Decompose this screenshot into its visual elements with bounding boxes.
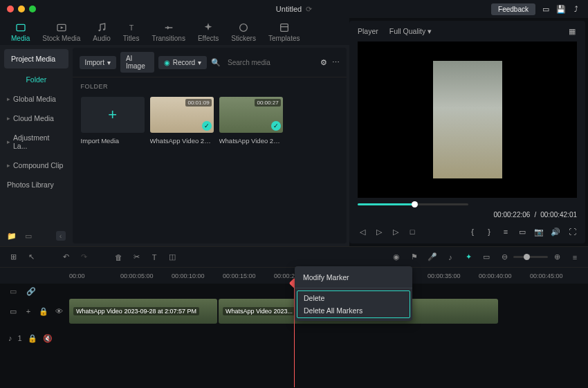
collapse-sidebar-icon[interactable]: ‹ [56,231,66,241]
audio-track-icon: ♪ [8,334,12,342]
current-time: 00:00:22:06 [494,211,531,219]
redo-icon[interactable]: ↷ [79,252,89,262]
snapshot-icon[interactable]: ▦ [567,26,577,36]
tab-stickers[interactable]: Stickers [231,22,256,42]
zoom-in-icon[interactable]: ⊕ [552,252,562,262]
ctx-delete-all-markers[interactable]: Delete All Markers [304,306,403,315]
media-thumbnails: + Import Media 00:01:09✓ WhatsApp Video … [73,93,347,149]
link-icon[interactable]: ▭ [481,252,491,262]
svg-marker-2 [60,26,63,29]
delete-icon[interactable]: 🗑 [113,252,123,262]
svg-point-6 [240,24,248,32]
video-track-icon: ▭ [8,306,18,316]
sidebar-cloud-media[interactable]: ▸Cloud Media [0,109,73,128]
volume-icon[interactable]: 🔊 [551,227,560,237]
progress-slider[interactable] [358,203,468,205]
more-icon[interactable]: ⋯ [332,57,340,67]
split-icon[interactable]: ✂ [131,252,141,262]
maximize-window[interactable] [29,6,36,12]
marker-icon[interactable]: ⚑ [410,252,419,262]
crop-icon[interactable]: ◫ [167,252,177,262]
video-clip[interactable]: WhatsApp Video 2023-09-28 at 2:07:57 PM [69,299,217,324]
mark-in-icon[interactable]: { [468,227,477,237]
ctx-delete[interactable]: Delete [304,294,403,306]
camera-icon[interactable]: 📷 [534,227,544,237]
play-icon[interactable]: ▷ [391,227,401,237]
mute-icon[interactable]: 🔇 [43,333,53,343]
fullscreen-icon[interactable]: ⛶ [567,227,577,237]
voiceover-icon[interactable]: 🎤 [428,252,437,262]
tab-audio[interactable]: Audio [93,22,111,42]
zoom-slider[interactable] [513,256,548,258]
chevron-right-icon: ▸ [7,162,10,169]
project-title: Untitled ⟳ [276,5,312,14]
timeline-toolbar: ⊞ ↖ ↶ ↷ 🗑 ✂ T ◫ ◉ ⚑ 🎤 ♪ ✦ ▭ ⊖ ⊕ ≡ [0,246,588,267]
next-frame-icon[interactable]: ▷ [374,227,384,237]
visibility-icon[interactable]: 👁 [54,306,64,316]
player-label: Player [358,27,378,35]
quality-dropdown[interactable]: Full Quality ▾ [389,27,432,35]
snap-icon[interactable]: ✦ [463,252,473,262]
duration-label: 00:01:09 [185,99,211,107]
svg-point-3 [98,30,100,32]
lock-track-icon[interactable]: 🔒 [28,333,37,343]
sidebar-global-media[interactable]: ▸Global Media [0,89,73,109]
chevron-right-icon: ▸ [7,138,10,145]
tab-effects[interactable]: Effects [198,22,219,42]
chevron-right-icon: ▸ [7,95,10,102]
feedback-button[interactable]: Feedback [491,3,535,15]
add-track-icon[interactable]: + [24,306,33,316]
tab-stock-media[interactable]: Stock Media [42,22,80,42]
tab-titles[interactable]: TTitles [123,22,140,42]
track-options-icon[interactable]: ≡ [570,252,580,262]
tab-media[interactable]: Media [11,22,30,42]
filter-icon[interactable]: ⚙ [320,57,327,67]
save-icon[interactable]: 💾 [556,4,566,14]
import-media-tile[interactable]: + Import Media [81,97,145,145]
sidebar-project-media[interactable]: Project Media [4,49,68,68]
track-header-icon[interactable]: ▭ [8,286,18,296]
layout-icon[interactable]: ▭ [541,4,551,14]
ai-image-button[interactable]: AI Image [120,52,154,73]
ctx-modify-marker[interactable]: Modify Marker [295,269,412,286]
media-thumbnail[interactable]: 00:00:27✓ WhatsApp Video 202... [219,97,283,145]
sidebar-compound-clip[interactable]: ▸Compound Clip [0,156,73,175]
media-thumbnail[interactable]: 00:01:09✓ WhatsApp Video 202... [150,97,214,145]
settings-icon[interactable]: ≡ [501,227,511,237]
duration-label: 00:00:27 [255,99,280,107]
close-window[interactable] [7,6,14,12]
new-folder-icon[interactable]: 📁 [7,231,17,241]
undo-icon[interactable]: ↶ [61,252,71,262]
main-tabs: Media Stock Media Audio TTitles Transiti… [0,18,349,45]
tab-transitions[interactable]: Transitions [151,22,185,42]
text-icon[interactable]: T [149,252,159,262]
video-preview[interactable] [358,41,577,198]
stop-icon[interactable]: □ [407,227,417,237]
lock-track-icon[interactable]: 🔒 [39,306,48,316]
audio-mixer-icon[interactable]: ♪ [445,252,455,262]
render-icon[interactable]: ◉ [392,252,401,262]
svg-point-4 [103,28,105,30]
export-icon[interactable]: ⤴ [571,4,581,14]
sidebar-adjustment-layer[interactable]: ▸Adjustment La... [0,128,73,156]
sidebar-folder[interactable]: Folder [0,70,73,89]
screen-icon[interactable]: ▭ [517,227,527,237]
record-button[interactable]: ◉ Record ▾ [158,56,207,69]
total-time: 00:00:42:01 [540,211,577,219]
link-toggle-icon[interactable]: 🔗 [26,286,36,296]
layout-icon[interactable]: ⊞ [8,252,18,262]
chevron-down-icon: ▾ [198,59,201,66]
mark-out-icon[interactable]: } [484,227,494,237]
select-tool-icon[interactable]: ↖ [26,252,36,262]
folder-header: FOLDER [73,77,347,93]
tab-templates[interactable]: Templates [268,22,300,42]
sidebar-photos-library[interactable]: Photos Library [0,175,73,194]
marker-context-menu: Modify Marker Delete Delete All Markers [295,266,412,321]
minimize-window[interactable] [18,6,25,12]
ctx-delete-highlighted[interactable]: Delete Delete All Markers [297,290,410,318]
prev-frame-icon[interactable]: ◁ [358,227,367,237]
new-bin-icon[interactable]: ▭ [24,231,33,241]
search-input[interactable] [225,59,315,66]
import-button[interactable]: Import ▾ [80,56,116,69]
zoom-out-icon[interactable]: ⊖ [499,252,509,262]
